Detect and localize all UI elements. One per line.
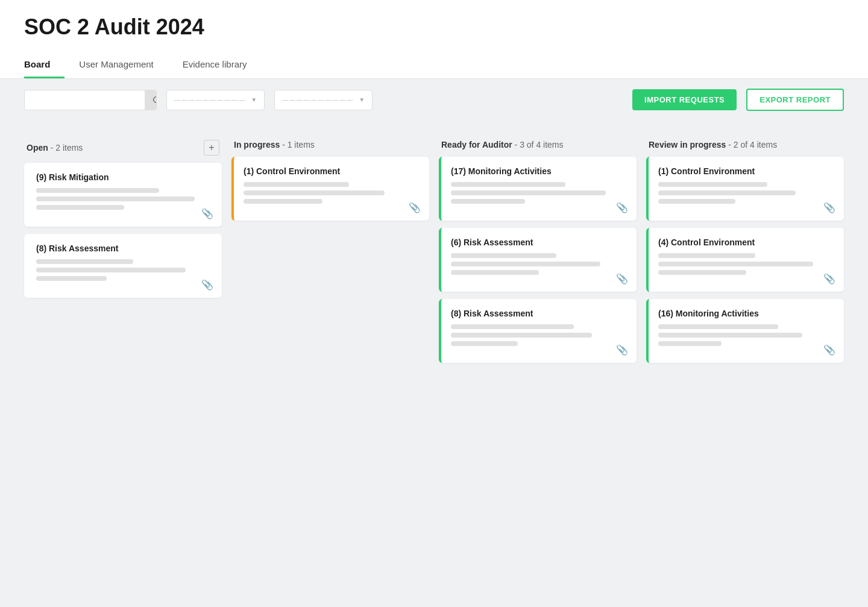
card-line bbox=[658, 190, 796, 195]
cards-container-open: (9) Risk Mitigation📎(8) Risk Assessment📎 bbox=[24, 163, 222, 298]
card-card-rip-3[interactable]: (16) Monitoring Activities📎 bbox=[646, 299, 844, 363]
cards-container-ready-for-auditor: (17) Monitoring Activities📎(6) Risk Asse… bbox=[439, 157, 637, 363]
card-lines bbox=[658, 324, 834, 346]
card-title: (6) Risk Assessment bbox=[451, 237, 627, 247]
card-line bbox=[451, 262, 600, 266]
chevron-down-icon: ▼ bbox=[251, 96, 257, 103]
attachment-icon[interactable]: 📎 bbox=[616, 344, 628, 356]
tab-evidence-library[interactable]: Evidence library bbox=[183, 52, 262, 78]
column-review-in-progress: Review in progress - 2 of 4 items(1) Con… bbox=[646, 133, 844, 363]
export-report-button[interactable]: EXPORT REPORT bbox=[746, 89, 844, 111]
page-header: SOC 2 Audit 2024 BoardUser ManagementEvi… bbox=[0, 0, 868, 79]
column-title-ready-for-auditor: Ready for Auditor - 3 of 4 items bbox=[441, 140, 564, 149]
search-button[interactable] bbox=[145, 90, 157, 110]
card-card-rfa-2[interactable]: (6) Risk Assessment📎 bbox=[439, 228, 637, 292]
card-line bbox=[244, 182, 349, 187]
cards-container-in-progress: (1) Control Environment📎 bbox=[231, 157, 429, 221]
card-lines bbox=[451, 253, 627, 275]
tab-user-management[interactable]: User Management bbox=[79, 52, 168, 78]
card-line bbox=[451, 333, 592, 338]
card-line bbox=[658, 199, 735, 204]
card-card-rip-2[interactable]: (4) Control Environment📎 bbox=[646, 228, 844, 292]
card-lines bbox=[36, 259, 212, 281]
card-line bbox=[658, 333, 802, 338]
card-line bbox=[658, 253, 755, 258]
toolbar: ────────── ▼ ────────── ▼ IMPORT REQUEST… bbox=[0, 79, 868, 121]
card-line bbox=[658, 341, 722, 346]
column-title-review-in-progress: Review in progress - 2 of 4 items bbox=[649, 140, 777, 149]
cards-container-review-in-progress: (1) Control Environment📎(4) Control Envi… bbox=[646, 157, 844, 363]
column-header-review-in-progress: Review in progress - 2 of 4 items bbox=[646, 133, 844, 157]
tab-board[interactable]: Board bbox=[24, 52, 64, 78]
attachment-icon[interactable]: 📎 bbox=[201, 208, 213, 219]
card-title: (16) Monitoring Activities bbox=[658, 309, 834, 318]
svg-point-0 bbox=[154, 96, 157, 102]
card-title: (8) Risk Assessment bbox=[451, 309, 627, 318]
attachment-icon[interactable]: 📎 bbox=[409, 202, 421, 213]
card-lines bbox=[658, 182, 834, 204]
card-card-rfa-1[interactable]: (17) Monitoring Activities📎 bbox=[439, 157, 637, 221]
card-line bbox=[451, 324, 574, 329]
attachment-icon[interactable]: 📎 bbox=[616, 273, 628, 285]
attachment-icon[interactable]: 📎 bbox=[616, 202, 628, 213]
attachment-icon[interactable]: 📎 bbox=[823, 273, 835, 285]
filter-dropdown-1-value: ────────── bbox=[174, 95, 246, 105]
attachment-icon[interactable]: 📎 bbox=[823, 202, 835, 213]
card-line bbox=[36, 188, 159, 193]
card-title: (9) Risk Mitigation bbox=[36, 172, 212, 182]
card-card-open-2[interactable]: (8) Risk Assessment📎 bbox=[24, 234, 222, 298]
card-card-inprogress-1[interactable]: (1) Control Environment📎 bbox=[231, 157, 429, 221]
card-line bbox=[451, 199, 525, 204]
filter-dropdown-1[interactable]: ────────── ▼ bbox=[166, 90, 265, 110]
card-lines bbox=[451, 182, 627, 204]
card-line bbox=[451, 182, 565, 187]
search-box[interactable] bbox=[24, 90, 157, 110]
card-card-rip-1[interactable]: (1) Control Environment📎 bbox=[646, 157, 844, 221]
card-line bbox=[658, 182, 767, 187]
card-line bbox=[36, 197, 195, 201]
card-line bbox=[36, 205, 124, 210]
column-in-progress: In progress - 1 items(1) Control Environ… bbox=[231, 133, 429, 221]
search-input[interactable] bbox=[25, 90, 145, 110]
card-title: (1) Control Environment bbox=[658, 166, 834, 176]
card-title: (1) Control Environment bbox=[244, 166, 420, 176]
card-card-open-1[interactable]: (9) Risk Mitigation📎 bbox=[24, 163, 222, 227]
column-title-open: Open - 2 items bbox=[27, 143, 83, 153]
card-line bbox=[36, 276, 107, 281]
card-line bbox=[451, 270, 539, 275]
card-line bbox=[244, 190, 385, 195]
column-title-in-progress: In progress - 1 items bbox=[234, 140, 315, 149]
column-open: Open - 2 items+(9) Risk Mitigation📎(8) R… bbox=[24, 133, 222, 298]
filter-dropdown-2-value: ────────── bbox=[282, 95, 354, 105]
card-title: (8) Risk Assessment bbox=[36, 244, 212, 253]
kanban-board: Open - 2 items+(9) Risk Mitigation📎(8) R… bbox=[0, 121, 868, 375]
attachment-icon[interactable]: 📎 bbox=[201, 279, 213, 291]
card-lines bbox=[451, 324, 627, 346]
card-line bbox=[451, 190, 606, 195]
card-lines bbox=[658, 253, 834, 275]
card-title: (17) Monitoring Activities bbox=[451, 166, 627, 176]
column-header-open: Open - 2 items+ bbox=[24, 133, 222, 163]
column-header-ready-for-auditor: Ready for Auditor - 3 of 4 items bbox=[439, 133, 637, 157]
card-line bbox=[658, 270, 746, 275]
search-icon bbox=[152, 95, 157, 105]
card-lines bbox=[244, 182, 420, 204]
column-header-in-progress: In progress - 1 items bbox=[231, 133, 429, 157]
card-line bbox=[36, 259, 133, 264]
filter-dropdown-2[interactable]: ────────── ▼ bbox=[274, 90, 373, 110]
import-requests-button[interactable]: IMPORT REQUESTS bbox=[632, 89, 737, 110]
page-title: SOC 2 Audit 2024 bbox=[24, 14, 844, 40]
card-card-rfa-3[interactable]: (8) Risk Assessment📎 bbox=[439, 299, 637, 363]
card-line bbox=[658, 324, 778, 329]
card-line bbox=[451, 341, 518, 346]
card-line bbox=[451, 253, 556, 258]
attachment-icon[interactable]: 📎 bbox=[823, 344, 835, 356]
card-line bbox=[36, 268, 186, 272]
tab-nav: BoardUser ManagementEvidence library bbox=[24, 52, 844, 78]
card-line bbox=[244, 199, 322, 204]
chevron-down-icon: ▼ bbox=[359, 96, 365, 103]
column-ready-for-auditor: Ready for Auditor - 3 of 4 items(17) Mon… bbox=[439, 133, 637, 363]
card-title: (4) Control Environment bbox=[658, 237, 834, 247]
card-line bbox=[658, 262, 813, 266]
add-card-button-open[interactable]: + bbox=[204, 140, 219, 156]
